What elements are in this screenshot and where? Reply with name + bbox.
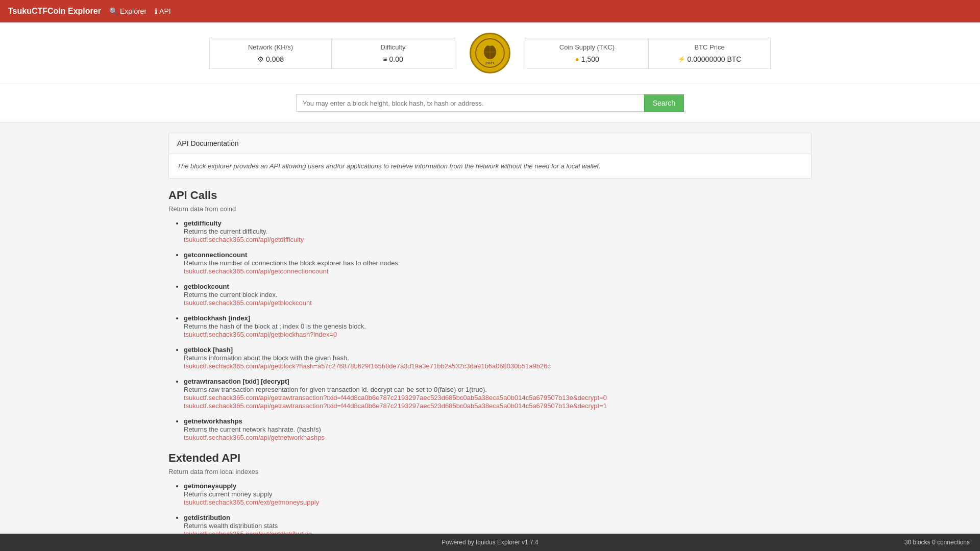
api-desc: Returns the current difficulty. (184, 228, 267, 235)
footer-text: Powered by Iquidus Explorer v1.7.4 (442, 539, 538, 546)
api-name: getmoneysupply (184, 482, 236, 490)
extended-api-title: Extended API (168, 452, 812, 465)
difficulty-icon: ≡ (383, 55, 387, 63)
stat-coin-supply: Coin Supply (TKC) ● 1,500 (526, 38, 648, 69)
api-link[interactable]: tsukuctf.sechack365.com/api/getblockhash… (184, 331, 337, 338)
site-logo: 2021 (470, 33, 510, 73)
api-name: getdistribution (184, 514, 230, 521)
network-icon: ⚙ (257, 55, 264, 63)
network-label: Network (KH/s) (220, 43, 321, 51)
extended-api-subtitle: Return data from local indexes (168, 468, 812, 475)
footer-stats: 30 blocks 0 connections (904, 539, 970, 546)
navbar-brand[interactable]: TsukuCTFCoin Explorer (8, 7, 101, 16)
info-icon: ℹ (155, 7, 157, 15)
stats-container: Network (KH/s) ⚙ 0.008 Difficulty ≡ 0.00 (0, 22, 980, 84)
network-value: ⚙ 0.008 (220, 55, 321, 63)
api-link-decrypt0[interactable]: tsukuctf.sechack365.com/api/getrawtransa… (184, 394, 607, 402)
api-calls-section: API Calls Return data from coind getdiff… (168, 189, 812, 441)
api-desc: Returns raw transaction representation f… (184, 386, 487, 393)
api-name: getdifficulty (184, 219, 222, 227)
api-desc: Returns the current block index. (184, 291, 278, 298)
nav-explorer[interactable]: 🔍 Explorer (109, 7, 146, 15)
api-desc: Returns wealth distribution stats (184, 522, 278, 530)
stat-btc-price: BTC Price ⚡ 0.00000000 BTC (648, 38, 771, 69)
btc-price-label: BTC Price (659, 43, 760, 51)
api-calls-list: getdifficulty Returns the current diffic… (168, 219, 812, 441)
api-desc: Returns the current network hashrate. (h… (184, 425, 321, 433)
coin-icon: ● (575, 55, 579, 63)
api-link-decrypt1[interactable]: tsukuctf.sechack365.com/api/getrawtransa… (184, 402, 607, 410)
coin-supply-value: ● 1,500 (536, 55, 638, 63)
difficulty-value: ≡ 0.00 (342, 55, 444, 63)
btc-price-value: ⚡ 0.00000000 BTC (659, 55, 760, 63)
coin-supply-label: Coin Supply (TKC) (536, 43, 638, 51)
api-desc: Returns the number of connections the bl… (184, 259, 400, 267)
logo-box: 2021 (454, 28, 526, 79)
api-desc: Returns current money supply (184, 490, 272, 498)
list-item: getnetworkhashps Returns the current net… (184, 417, 812, 441)
list-item: getblockhash [index] Returns the hash of… (184, 314, 812, 338)
api-calls-title: API Calls (168, 189, 812, 202)
list-item: getblock [hash] Returns information abou… (184, 345, 812, 370)
nav-api[interactable]: ℹ API (155, 7, 171, 15)
stat-network: Network (KH/s) ⚙ 0.008 (209, 38, 332, 69)
api-name: getnetworkhashps (184, 417, 242, 425)
list-item: getconnectioncount Returns the number of… (184, 251, 812, 275)
list-item: getrawtransaction [txid] [decrypt] Retur… (184, 377, 812, 410)
search-input[interactable] (296, 94, 644, 112)
api-name: getconnectioncount (184, 251, 247, 259)
list-item: getmoneysupply Returns current money sup… (184, 482, 812, 506)
main-content: API Documentation The block explorer pro… (158, 133, 822, 551)
footer: Powered by Iquidus Explorer v1.7.4 30 bl… (0, 534, 980, 551)
api-name: getblockhash [index] (184, 314, 250, 322)
api-link[interactable]: tsukuctf.sechack365.com/api/getconnectio… (184, 267, 328, 275)
api-name: getblock [hash] (184, 346, 233, 354)
api-description: The block explorer provides an API allow… (168, 154, 812, 179)
search-button[interactable]: Search (644, 94, 684, 112)
api-doc-header: API Documentation (168, 133, 812, 154)
list-item: getdifficulty Returns the current diffic… (184, 219, 812, 243)
logo-svg: 2021 (475, 38, 505, 68)
svg-text:2021: 2021 (485, 61, 495, 65)
api-desc: Returns information about the block with… (184, 354, 349, 362)
stats-inner: Network (KH/s) ⚙ 0.008 Difficulty ≡ 0.00 (209, 28, 771, 79)
search-container: Search (0, 84, 980, 122)
search-inner: Search (296, 94, 684, 112)
btc-icon: ⚡ (678, 56, 685, 63)
search-icon: 🔍 (109, 7, 118, 15)
api-calls-subtitle: Return data from coind (168, 205, 812, 213)
api-desc: Returns the hash of the block at ; index… (184, 322, 366, 330)
api-name: getblockcount (184, 283, 229, 290)
api-link[interactable]: tsukuctf.sechack365.com/api/getnetworkha… (184, 434, 325, 441)
stat-difficulty: Difficulty ≡ 0.00 (332, 38, 454, 69)
difficulty-label: Difficulty (342, 43, 444, 51)
api-link[interactable]: tsukuctf.sechack365.com/api/getblock?has… (184, 362, 551, 370)
api-link[interactable]: tsukuctf.sechack365.com/ext/getmoneysupp… (184, 498, 319, 506)
list-item: getblockcount Returns the current block … (184, 282, 812, 307)
api-link[interactable]: tsukuctf.sechack365.com/api/getblockcoun… (184, 299, 312, 307)
api-name: getrawtransaction [txid] [decrypt] (184, 378, 289, 385)
svg-rect-2 (488, 45, 492, 46)
api-link[interactable]: tsukuctf.sechack365.com/api/getdifficult… (184, 236, 304, 243)
navbar: TsukuCTFCoin Explorer 🔍 Explorer ℹ API (0, 0, 980, 22)
